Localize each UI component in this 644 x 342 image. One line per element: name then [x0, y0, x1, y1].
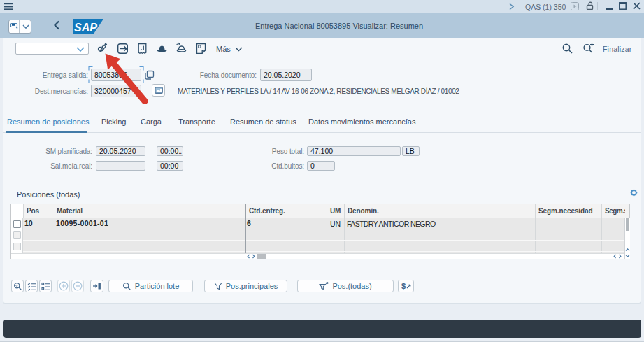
- svg-text:$: $: [401, 282, 406, 290]
- svg-text:SAP: SAP: [74, 22, 97, 34]
